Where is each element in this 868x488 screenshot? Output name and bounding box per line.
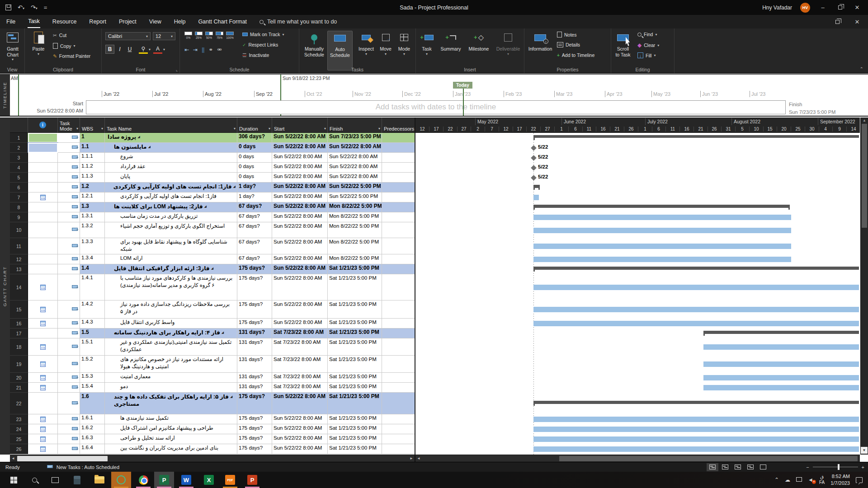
start-cell[interactable]: Sat 7/23/22 8:00 AM (272, 383, 328, 393)
scroll-up-icon[interactable]: ▲ (861, 118, 868, 122)
finish-cell[interactable]: Sat 1/21/23 5:00 PM (328, 383, 382, 393)
duration-cell[interactable]: 67 days? (237, 212, 272, 222)
wbs-cell[interactable]: 1.5.4 (80, 383, 105, 393)
wbs-cell[interactable]: 1.3.4 (80, 254, 105, 264)
taskbar-search-icon[interactable] (24, 472, 44, 488)
duration-cell[interactable]: 1 day? (237, 192, 272, 202)
info-column-header[interactable]: i (28, 117, 58, 133)
wbs-cell[interactable]: 1.2.1 (80, 192, 105, 202)
table-row[interactable]: 101.3.2استخراج الگوی بارکاری و توزیع آما… (10, 222, 415, 238)
task-bar[interactable] (533, 307, 859, 312)
task-mode-cell[interactable] (58, 383, 80, 393)
wbs-cell[interactable]: 1.5.3 (80, 373, 105, 383)
task-bar[interactable] (703, 361, 859, 367)
task-name-cell[interactable]: ◢فاز1: انجام تست های اولیه کارآیی و کارک… (105, 183, 237, 192)
insert-summary-button[interactable]: + Summary (438, 31, 464, 52)
task-bar[interactable] (533, 257, 791, 262)
table-row[interactable]: 261.6.4بنای ادمین برای مدیریت کاربران و … (10, 444, 415, 454)
manually-schedule-button[interactable]: ManuallySchedule (302, 31, 326, 57)
gantt-chart-button[interactable]: Gantt Chart▾ (2, 31, 24, 62)
copy-button[interactable]: Copy▾ (53, 43, 75, 49)
finish-cell[interactable]: Sun 5/22/22 5:00 PM (328, 183, 382, 192)
tab-view[interactable]: View (143, 15, 168, 28)
finish-cell[interactable]: Mon 8/22/22 5:00 PM (328, 212, 382, 222)
start-cell[interactable]: Sat 7/23/22 8:00 AM (272, 338, 328, 356)
predecessors-cell[interactable] (382, 202, 415, 212)
task-name-cell[interactable]: شروع (105, 153, 237, 163)
start-cell[interactable]: Sun 5/22/22 8:00 AM (272, 434, 328, 444)
predecessors-cell[interactable] (382, 328, 415, 338)
predecessors-cell[interactable] (382, 414, 415, 424)
task-name-cell[interactable]: ◢فاز3: ارئه ابزار گرافیکی انتقال فایل (105, 264, 237, 274)
task-mode-cell[interactable] (58, 202, 80, 212)
wbs-cell[interactable]: 1.6.3 (80, 434, 105, 444)
notes-button[interactable]: Notes (557, 32, 576, 38)
task-name-cell[interactable]: بنای ادمین برای مدیریت کاربران و نگاشت ب… (105, 444, 237, 454)
network-icon[interactable] (796, 477, 802, 483)
duration-cell[interactable]: 67 days? (237, 222, 272, 238)
info-cell[interactable] (28, 444, 58, 454)
outdent-task-icon[interactable]: ⇤ (184, 47, 189, 53)
predecessors-cell[interactable] (382, 192, 415, 202)
taskbar-task-view-icon[interactable] (45, 472, 65, 488)
duration-column-header[interactable]: Duration▾ (237, 117, 272, 133)
start-cell[interactable]: Sun 5/22/22 8:00 AM (272, 424, 328, 434)
font-color-button[interactable]: A (153, 45, 162, 54)
predecessors-cell[interactable] (382, 143, 415, 153)
info-cell[interactable] (28, 212, 58, 222)
wbs-cell[interactable]: 1.3.1 (80, 212, 105, 222)
percent-complete-25%[interactable]: 25% (195, 32, 203, 39)
task-bar[interactable] (533, 285, 859, 290)
add-to-timeline-button[interactable]: +Add to Timeline (557, 52, 594, 58)
task-bar[interactable] (533, 446, 859, 452)
percent-complete-75%[interactable]: 75% (216, 32, 223, 39)
row-number[interactable]: 18 (10, 338, 28, 356)
task-name-cell[interactable]: عقد قرارداد (105, 163, 237, 173)
taskbar-excel-icon[interactable]: X (199, 472, 219, 488)
milestone-diamond[interactable] (531, 155, 537, 161)
info-cell[interactable] (28, 424, 58, 434)
predecessors-cell[interactable] (382, 183, 415, 192)
row-number[interactable]: 14 (10, 274, 28, 300)
task-mode-cell[interactable] (58, 212, 80, 222)
task-mode-cell[interactable] (58, 254, 80, 264)
taskbar-file-explorer-icon[interactable] (90, 472, 109, 488)
summary-bar[interactable] (533, 267, 859, 270)
predecessors-cell[interactable] (382, 373, 415, 383)
row-number[interactable]: 15 (10, 300, 28, 319)
table-row[interactable]: 61.2◢فاز1: انجام تست های اولیه کارآیی و … (10, 183, 415, 192)
task-name-cell[interactable]: ◢فاز ۴: ارایه راهکار برای هاردنینگ سامان… (105, 328, 237, 338)
wbs-cell[interactable]: 1.4.2 (80, 300, 105, 319)
collapse-icon[interactable]: ◢ (136, 135, 140, 138)
row-number[interactable]: 13 (10, 264, 28, 274)
info-cell[interactable] (28, 319, 58, 328)
italic-button[interactable]: I (115, 45, 124, 54)
row-number[interactable]: 11 (10, 238, 28, 254)
duration-cell[interactable]: 67 days? (237, 202, 272, 212)
zoom-out-icon[interactable]: − (806, 465, 809, 470)
task-mode-cell[interactable] (58, 300, 80, 319)
start-cell[interactable]: Sun 5/22/22 8:00 AM (272, 192, 328, 202)
finish-cell[interactable]: Sat 1/21/23 5:00 PM (328, 373, 382, 383)
duration-cell[interactable]: 175 days? (237, 300, 272, 319)
move-button[interactable]: → Move▾ (377, 31, 394, 56)
info-cell[interactable] (28, 328, 58, 338)
percent-complete-0%[interactable]: 0% (184, 32, 192, 39)
table-row[interactable]: 71.2.1فاز1: انجام تست های اولیه کارآیی و… (10, 192, 415, 202)
new-tasks-status[interactable]: New Tasks : Auto Scheduled (57, 465, 119, 470)
summary-bar[interactable] (533, 205, 790, 208)
collapse-icon[interactable]: ◢ (220, 331, 224, 334)
start-cell[interactable]: Sun 5/22/22 8:00 AM (272, 319, 328, 328)
duration-cell[interactable]: 175 days? (237, 444, 272, 454)
project-summary-bar[interactable] (533, 135, 859, 138)
finish-column-header[interactable]: Finish▾ (328, 117, 382, 133)
language-indicator[interactable]: قFA (819, 474, 825, 486)
start-cell[interactable]: Sat 7/23/22 8:00 AM (272, 328, 328, 338)
mode-button[interactable]: Mode▾ (395, 31, 413, 56)
row-number[interactable]: 3 (10, 153, 28, 163)
predecessors-cell[interactable] (382, 393, 415, 414)
duration-cell[interactable]: 1 day? (237, 183, 272, 192)
highlight-color-button[interactable]: ⚲ (139, 45, 148, 54)
tab-task[interactable]: Task (22, 15, 46, 28)
duration-cell[interactable]: 175 days? (237, 274, 272, 300)
